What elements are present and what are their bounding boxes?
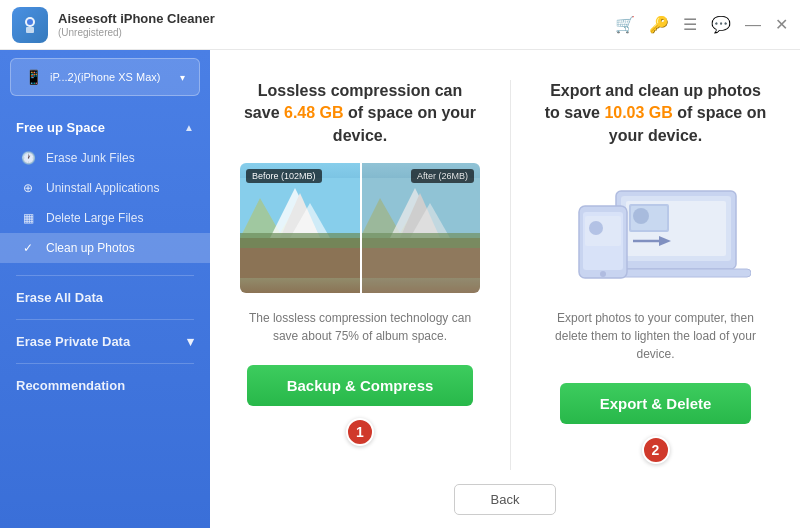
before-image: Before (102MB) [240, 163, 360, 293]
option1-description: The lossless compression technology can … [245, 309, 475, 345]
export-delete-button[interactable]: Export & Delete [560, 383, 752, 424]
device-icon: 📱 [25, 69, 42, 85]
close-icon[interactable]: ✕ [775, 15, 788, 34]
option-card-export: Export and clean up photos to save 10.03… [541, 80, 770, 470]
app-title: Aiseesoft iPhone Cleaner [58, 11, 215, 27]
main-container: 📱 iP...2)(iPhone XS Max) ▾ Free up Space… [0, 50, 800, 528]
svg-point-27 [589, 221, 603, 235]
clean-photos-label: Clean up Photos [46, 241, 135, 255]
back-button[interactable]: Back [454, 484, 557, 515]
option1-title: Lossless compression can save 6.48 GB of… [240, 80, 480, 147]
device-name: iP...2)(iPhone XS Max) [50, 71, 172, 83]
cart-icon[interactable]: 🛒 [615, 15, 635, 34]
options-container: Lossless compression can save 6.48 GB of… [240, 80, 770, 470]
device-selector[interactable]: 📱 iP...2)(iPhone XS Max) ▾ [10, 58, 200, 96]
sidebar-item-clean-photos[interactable]: ✓ Clean up Photos [0, 233, 210, 263]
erase-junk-icon: 🕐 [20, 150, 36, 166]
title-bar: Aiseesoft iPhone Cleaner (Unregistered) … [0, 0, 800, 50]
uninstall-label: Uninstall Applications [46, 181, 159, 195]
svg-rect-9 [240, 233, 360, 248]
menu-icon[interactable]: ☰ [683, 15, 697, 34]
key-icon[interactable]: 🔑 [649, 15, 669, 34]
svg-rect-1 [26, 27, 34, 33]
sidebar-item-uninstall[interactable]: ⊕ Uninstall Applications [0, 173, 210, 203]
option1-step-badge: 1 [346, 418, 374, 446]
uninstall-icon: ⊕ [20, 180, 36, 196]
large-files-icon: ▦ [20, 210, 36, 226]
app-logo [12, 7, 48, 43]
bottom-bar: Back [240, 474, 770, 515]
app-subtitle: (Unregistered) [58, 27, 215, 38]
svg-point-2 [27, 19, 33, 25]
recommendation-label: Recommendation [16, 378, 125, 393]
option1-highlight: 6.48 GB [284, 104, 344, 121]
sidebar-item-erase-private[interactable]: Erase Private Data ▾ [0, 324, 210, 359]
free-up-space-chevron-icon: ▲ [184, 122, 194, 133]
svg-point-22 [633, 208, 649, 224]
svg-rect-16 [360, 233, 480, 248]
free-up-space-section: Free up Space ▲ 🕐 Erase Junk Files ⊕ Uni… [0, 104, 210, 271]
sidebar-item-large-files[interactable]: ▦ Delete Large Files [0, 203, 210, 233]
sidebar-item-erase-all-data[interactable]: Erase All Data [0, 280, 210, 315]
title-bar-controls: 🛒 🔑 ☰ 💬 — ✕ [615, 15, 788, 34]
option2-step-badge: 2 [642, 436, 670, 464]
option2-highlight: 10.03 GB [604, 104, 672, 121]
device-chevron-icon: ▾ [180, 72, 185, 83]
before-label: Before (102MB) [246, 169, 322, 183]
message-icon[interactable]: 💬 [711, 15, 731, 34]
option1-title-part2: of space on your device. [333, 104, 476, 143]
export-illustration [556, 163, 756, 293]
erase-all-label: Erase All Data [16, 290, 103, 305]
sidebar-divider-2 [16, 319, 194, 320]
backup-compress-button[interactable]: Backup & Compress [247, 365, 474, 406]
option-card-backup: Lossless compression can save 6.48 GB of… [240, 80, 480, 470]
free-up-space-header[interactable]: Free up Space ▲ [0, 112, 210, 143]
free-up-space-label: Free up Space [16, 120, 105, 135]
content-area: Lossless compression can save 6.48 GB of… [210, 50, 800, 528]
option2-title: Export and clean up photos to save 10.03… [541, 80, 770, 147]
options-separator [510, 80, 511, 470]
sidebar-item-erase-junk[interactable]: 🕐 Erase Junk Files [0, 143, 210, 173]
sidebar-divider-1 [16, 275, 194, 276]
erase-private-label: Erase Private Data [16, 334, 130, 349]
option2-description: Export photos to your computer, then del… [541, 309, 770, 363]
after-image: After (26MB) [360, 163, 480, 293]
erase-junk-label: Erase Junk Files [46, 151, 135, 165]
large-files-label: Delete Large Files [46, 211, 143, 225]
erase-private-chevron-icon: ▾ [187, 334, 194, 349]
title-bar-left: Aiseesoft iPhone Cleaner (Unregistered) [12, 7, 215, 43]
sidebar-item-recommendation[interactable]: Recommendation [0, 368, 210, 403]
app-title-block: Aiseesoft iPhone Cleaner (Unregistered) [58, 11, 215, 38]
sidebar-divider-3 [16, 363, 194, 364]
minimize-icon[interactable]: — [745, 16, 761, 34]
comparison-image: Before (102MB) After (26 [240, 163, 480, 293]
clean-photos-icon: ✓ [20, 240, 36, 256]
image-divider [360, 163, 362, 293]
after-label: After (26MB) [411, 169, 474, 183]
sidebar: 📱 iP...2)(iPhone XS Max) ▾ Free up Space… [0, 50, 210, 528]
svg-point-30 [600, 271, 606, 277]
